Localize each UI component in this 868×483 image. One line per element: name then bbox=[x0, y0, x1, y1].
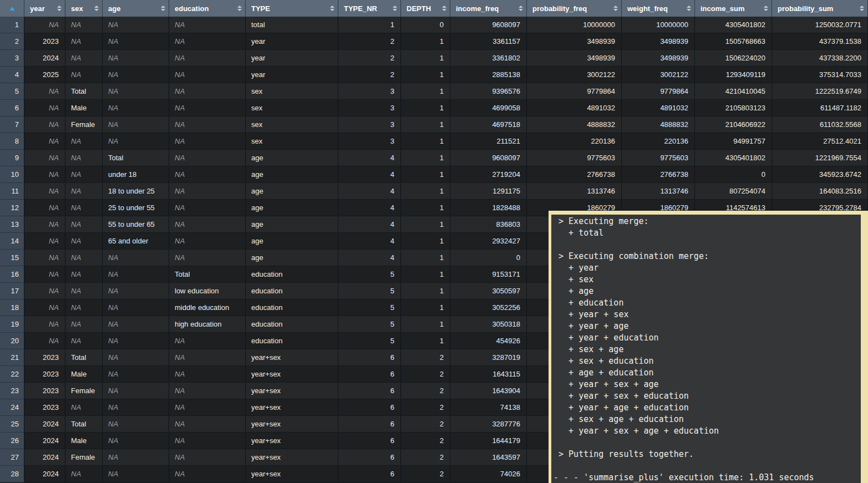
row-number: 21 bbox=[0, 349, 24, 366]
cell-TYPE: education bbox=[246, 283, 338, 299]
cell-TYPE: age bbox=[246, 233, 338, 249]
cell-sex: NA bbox=[65, 216, 103, 232]
cell-probability_sum: 1221969.7554 bbox=[772, 150, 868, 166]
table-row: 11NANA18 to under 25NAage411291175131374… bbox=[0, 183, 868, 200]
cell-year: NA bbox=[24, 17, 65, 33]
column-header-DEPTH[interactable]: DEPTH bbox=[401, 0, 450, 17]
cell-TYPE_NR: 6 bbox=[338, 449, 401, 465]
console-overlay: > Executing merge: + total > Executing c… bbox=[549, 211, 868, 483]
cell-TYPE_NR: 4 bbox=[338, 200, 401, 216]
cell-income_sum: 1505768663 bbox=[695, 33, 772, 49]
column-header-probability_freq[interactable]: probability_freq bbox=[527, 0, 622, 17]
cell-income_sum: 0 bbox=[695, 166, 772, 182]
row-number: 26 bbox=[0, 433, 24, 449]
cell-DEPTH: 0 bbox=[401, 17, 450, 33]
row-number: 8 bbox=[0, 133, 24, 150]
cell-TYPE_NR: 5 bbox=[338, 299, 401, 316]
cell-sex: Total bbox=[65, 349, 103, 365]
cell-weight_freq: 220136 bbox=[622, 133, 695, 149]
table-row: 1NANANANAtotal10960809710000000100000004… bbox=[0, 17, 868, 33]
cell-sex: NA bbox=[65, 50, 103, 66]
cell-weight_freq: 1313746 bbox=[622, 183, 695, 199]
cell-age: NA bbox=[103, 416, 169, 432]
row-number: 25 bbox=[0, 416, 24, 433]
column-header-year[interactable]: year bbox=[24, 0, 65, 17]
cell-education: NA bbox=[169, 17, 246, 33]
cell-age: 65 and older bbox=[103, 233, 169, 249]
row-number: 9 bbox=[0, 150, 24, 166]
cell-age: NA bbox=[103, 433, 169, 449]
cell-income_freq: 1291175 bbox=[450, 183, 527, 199]
column-header-age[interactable]: age bbox=[103, 0, 169, 17]
cell-TYPE: year+sex bbox=[246, 399, 338, 415]
cell-probability_sum: 1250032.0771 bbox=[772, 17, 868, 33]
cell-weight_freq: 4891032 bbox=[622, 100, 695, 116]
cell-TYPE_NR: 5 bbox=[338, 266, 401, 282]
cell-DEPTH: 2 bbox=[401, 399, 450, 415]
cell-age: NA bbox=[103, 100, 169, 116]
cell-income_sum: 2105803123 bbox=[695, 100, 772, 116]
cell-TYPE: year bbox=[246, 50, 338, 66]
cell-TYPE_NR: 6 bbox=[338, 416, 401, 432]
cell-income_sum: 2104606922 bbox=[695, 116, 772, 133]
cell-TYPE_NR: 6 bbox=[338, 366, 401, 382]
cell-sex: NA bbox=[65, 166, 103, 182]
row-number: 2 bbox=[0, 33, 24, 50]
cell-DEPTH: 1 bbox=[401, 150, 450, 166]
cell-income_freq: 3052256 bbox=[450, 299, 527, 316]
cell-age: NA bbox=[103, 299, 169, 316]
cell-year: NA bbox=[24, 133, 65, 149]
cell-TYPE_NR: 5 bbox=[338, 283, 401, 299]
column-header-sex[interactable]: sex bbox=[65, 0, 103, 17]
cell-year: 2024 bbox=[24, 50, 65, 66]
table-row: 7NAFemaleNANAsex314697518488883248888322… bbox=[0, 116, 868, 133]
column-header-education[interactable]: education bbox=[169, 0, 246, 17]
cell-education: NA bbox=[169, 150, 246, 166]
cell-TYPE_NR: 2 bbox=[338, 33, 401, 49]
cell-TYPE: age bbox=[246, 200, 338, 216]
cell-DEPTH: 1 bbox=[401, 166, 450, 182]
cell-income_sum: 4210410045 bbox=[695, 83, 772, 99]
cell-DEPTH: 1 bbox=[401, 133, 450, 149]
cell-DEPTH: 1 bbox=[401, 83, 450, 99]
row-number-column-header[interactable] bbox=[0, 0, 24, 17]
cell-TYPE_NR: 4 bbox=[338, 150, 401, 166]
column-header-label: age bbox=[108, 4, 120, 13]
cell-DEPTH: 1 bbox=[401, 33, 450, 49]
cell-year: 2023 bbox=[24, 383, 65, 399]
column-header-weight_freq[interactable]: weight_freq bbox=[622, 0, 695, 17]
cell-income_freq: 836803 bbox=[450, 216, 527, 232]
cell-sex: NA bbox=[65, 183, 103, 199]
cell-income_sum: 1293409119 bbox=[695, 67, 772, 83]
cell-year: 2023 bbox=[24, 399, 65, 415]
cell-age: NA bbox=[103, 333, 169, 349]
cell-income_freq: 74026 bbox=[450, 466, 527, 482]
column-header-probability_sum[interactable]: probability_sum bbox=[772, 0, 868, 17]
cell-income_freq: 74138 bbox=[450, 399, 527, 415]
cell-income_sum: 807254074 bbox=[695, 183, 772, 199]
cell-sex: NA bbox=[65, 283, 103, 299]
cell-TYPE: year+sex bbox=[246, 433, 338, 449]
column-header-TYPE_NR[interactable]: TYPE_NR bbox=[338, 0, 401, 17]
sort-icon bbox=[860, 6, 864, 11]
cell-education: NA bbox=[169, 166, 246, 182]
sort-icon bbox=[330, 6, 334, 11]
cell-probability_freq: 220136 bbox=[527, 133, 622, 149]
column-header-income_freq[interactable]: income_freq bbox=[450, 0, 527, 17]
column-header-TYPE[interactable]: TYPE bbox=[246, 0, 338, 17]
column-header-income_sum[interactable]: income_sum bbox=[695, 0, 772, 17]
cell-year: NA bbox=[24, 200, 65, 216]
cell-DEPTH: 1 bbox=[401, 266, 450, 282]
cell-age: NA bbox=[103, 116, 169, 133]
cell-education: NA bbox=[169, 33, 246, 49]
cell-income_sum: 4305401802 bbox=[695, 17, 772, 33]
cell-education: middle education bbox=[169, 299, 246, 316]
cell-weight_freq: 9779864 bbox=[622, 83, 695, 99]
cell-DEPTH: 1 bbox=[401, 100, 450, 116]
row-number: 13 bbox=[0, 216, 24, 233]
cell-probability_sum: 27512.4021 bbox=[772, 133, 868, 149]
row-number: 1 bbox=[0, 17, 24, 33]
cell-education: NA bbox=[169, 333, 246, 349]
column-header-label: probability_freq bbox=[532, 4, 587, 13]
cell-sex: NA bbox=[65, 316, 103, 332]
